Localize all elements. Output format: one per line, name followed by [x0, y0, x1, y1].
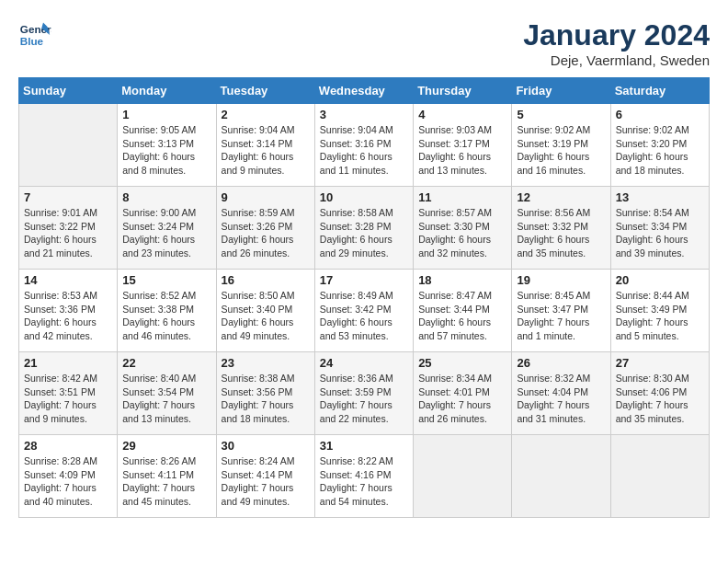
table-row: 15Sunrise: 8:52 AMSunset: 3:38 PMDayligh… — [118, 270, 216, 352]
calendar-table: Sunday Monday Tuesday Wednesday Thursday… — [18, 77, 710, 518]
table-row: 30Sunrise: 8:24 AMSunset: 4:14 PMDayligh… — [216, 435, 314, 518]
day-info: Sunrise: 8:47 AMSunset: 3:44 PMDaylight:… — [418, 289, 506, 343]
table-row: 25Sunrise: 8:34 AMSunset: 4:01 PMDayligh… — [414, 352, 512, 435]
day-info: Sunrise: 8:32 AMSunset: 4:04 PMDaylight:… — [517, 372, 605, 426]
day-number: 22 — [122, 356, 210, 370]
day-number: 19 — [517, 273, 605, 287]
day-number: 12 — [517, 190, 605, 204]
day-info: Sunrise: 8:44 AMSunset: 3:49 PMDaylight:… — [616, 289, 704, 343]
day-info: Sunrise: 9:03 AMSunset: 3:17 PMDaylight:… — [418, 123, 506, 178]
table-row: 18Sunrise: 8:47 AMSunset: 3:44 PMDayligh… — [414, 270, 512, 352]
table-row: 19Sunrise: 8:45 AMSunset: 3:47 PMDayligh… — [512, 270, 610, 352]
day-info: Sunrise: 8:40 AMSunset: 3:54 PMDaylight:… — [122, 372, 210, 426]
header-sunday: Sunday — [19, 78, 118, 104]
table-row: 6Sunrise: 9:02 AMSunset: 3:20 PMDaylight… — [610, 104, 709, 187]
day-info: Sunrise: 9:02 AMSunset: 3:20 PMDaylight:… — [616, 123, 704, 178]
day-number: 26 — [517, 356, 605, 370]
table-row: 16Sunrise: 8:50 AMSunset: 3:40 PMDayligh… — [216, 270, 314, 352]
day-number: 18 — [418, 273, 506, 287]
day-number: 27 — [616, 356, 704, 370]
table-row: 31Sunrise: 8:22 AMSunset: 4:16 PMDayligh… — [314, 435, 413, 518]
day-number: 1 — [122, 108, 210, 121]
day-info: Sunrise: 8:24 AMSunset: 4:14 PMDaylight:… — [222, 454, 310, 509]
day-info: Sunrise: 8:38 AMSunset: 3:56 PMDaylight:… — [222, 372, 310, 426]
day-info: Sunrise: 8:30 AMSunset: 4:06 PMDaylight:… — [616, 372, 704, 426]
day-number: 2 — [222, 108, 310, 121]
day-info: Sunrise: 8:42 AMSunset: 3:51 PMDaylight:… — [24, 372, 112, 426]
day-number: 7 — [24, 190, 112, 204]
table-row: 10Sunrise: 8:58 AMSunset: 3:28 PMDayligh… — [314, 187, 413, 270]
header-thursday: Thursday — [414, 78, 512, 104]
day-number: 24 — [320, 356, 408, 370]
table-row: 9Sunrise: 8:59 AMSunset: 3:26 PMDaylight… — [216, 187, 314, 270]
day-info: Sunrise: 8:56 AMSunset: 3:32 PMDaylight:… — [517, 206, 605, 260]
table-row — [414, 435, 512, 518]
table-row — [512, 435, 610, 518]
day-info: Sunrise: 8:58 AMSunset: 3:28 PMDaylight:… — [320, 206, 408, 260]
calendar-week-row: 7Sunrise: 9:01 AMSunset: 3:22 PMDaylight… — [19, 187, 710, 270]
day-number: 6 — [616, 108, 704, 121]
svg-text:Blue: Blue — [20, 35, 44, 47]
location-title: Deje, Vaermland, Sweden — [523, 52, 710, 68]
day-number: 16 — [222, 273, 310, 287]
day-number: 3 — [320, 108, 408, 121]
day-info: Sunrise: 8:22 AMSunset: 4:16 PMDaylight:… — [320, 454, 408, 509]
day-info: Sunrise: 9:05 AMSunset: 3:13 PMDaylight:… — [122, 123, 210, 178]
day-info: Sunrise: 8:26 AMSunset: 4:11 PMDaylight:… — [122, 454, 210, 509]
table-row: 13Sunrise: 8:54 AMSunset: 3:34 PMDayligh… — [610, 187, 709, 270]
day-number: 13 — [616, 190, 704, 204]
day-info: Sunrise: 9:01 AMSunset: 3:22 PMDaylight:… — [24, 206, 112, 260]
table-row — [19, 104, 118, 187]
day-info: Sunrise: 9:04 AMSunset: 3:16 PMDaylight:… — [320, 123, 408, 178]
header-wednesday: Wednesday — [314, 78, 413, 104]
day-number: 4 — [418, 108, 506, 121]
day-info: Sunrise: 8:34 AMSunset: 4:01 PMDaylight:… — [418, 372, 506, 426]
table-row: 3Sunrise: 9:04 AMSunset: 3:16 PMDaylight… — [314, 104, 413, 187]
day-number: 17 — [320, 273, 408, 287]
day-info: Sunrise: 8:59 AMSunset: 3:26 PMDaylight:… — [222, 206, 310, 260]
header-monday: Monday — [118, 78, 216, 104]
month-title: January 2024 — [523, 18, 710, 52]
table-row: 29Sunrise: 8:26 AMSunset: 4:11 PMDayligh… — [118, 435, 216, 518]
day-info: Sunrise: 8:52 AMSunset: 3:38 PMDaylight:… — [122, 289, 210, 343]
table-row: 22Sunrise: 8:40 AMSunset: 3:54 PMDayligh… — [118, 352, 216, 435]
day-number: 31 — [320, 439, 408, 453]
day-number: 8 — [122, 190, 210, 204]
table-row: 26Sunrise: 8:32 AMSunset: 4:04 PMDayligh… — [512, 352, 610, 435]
title-area: January 2024 Deje, Vaermland, Sweden — [523, 18, 710, 68]
calendar-week-row: 28Sunrise: 8:28 AMSunset: 4:09 PMDayligh… — [19, 435, 710, 518]
table-row: 7Sunrise: 9:01 AMSunset: 3:22 PMDaylight… — [19, 187, 118, 270]
header-friday: Friday — [512, 78, 610, 104]
day-info: Sunrise: 8:53 AMSunset: 3:36 PMDaylight:… — [24, 289, 112, 343]
day-number: 10 — [320, 190, 408, 204]
day-number: 9 — [222, 190, 310, 204]
table-row: 27Sunrise: 8:30 AMSunset: 4:06 PMDayligh… — [610, 352, 709, 435]
day-number: 29 — [122, 439, 210, 453]
table-row: 20Sunrise: 8:44 AMSunset: 3:49 PMDayligh… — [610, 270, 709, 352]
day-info: Sunrise: 8:28 AMSunset: 4:09 PMDaylight:… — [24, 454, 112, 509]
day-info: Sunrise: 8:50 AMSunset: 3:40 PMDaylight:… — [222, 289, 310, 343]
table-row: 17Sunrise: 8:49 AMSunset: 3:42 PMDayligh… — [314, 270, 413, 352]
day-number: 25 — [418, 356, 506, 370]
logo-icon: General Blue — [18, 18, 51, 52]
day-number: 11 — [418, 190, 506, 204]
header: General Blue January 2024 Deje, Vaermlan… — [18, 18, 710, 68]
logo: General Blue — [18, 18, 51, 52]
day-number: 15 — [122, 273, 210, 287]
table-row: 11Sunrise: 8:57 AMSunset: 3:30 PMDayligh… — [414, 187, 512, 270]
header-tuesday: Tuesday — [216, 78, 314, 104]
table-row: 8Sunrise: 9:00 AMSunset: 3:24 PMDaylight… — [118, 187, 216, 270]
table-row: 21Sunrise: 8:42 AMSunset: 3:51 PMDayligh… — [19, 352, 118, 435]
table-row — [610, 435, 709, 518]
day-info: Sunrise: 9:00 AMSunset: 3:24 PMDaylight:… — [122, 206, 210, 260]
table-row: 2Sunrise: 9:04 AMSunset: 3:14 PMDaylight… — [216, 104, 314, 187]
table-row: 28Sunrise: 8:28 AMSunset: 4:09 PMDayligh… — [19, 435, 118, 518]
day-info: Sunrise: 9:04 AMSunset: 3:14 PMDaylight:… — [222, 123, 310, 178]
calendar-week-row: 14Sunrise: 8:53 AMSunset: 3:36 PMDayligh… — [19, 270, 710, 352]
table-row: 23Sunrise: 8:38 AMSunset: 3:56 PMDayligh… — [216, 352, 314, 435]
day-number: 28 — [24, 439, 112, 453]
day-info: Sunrise: 8:36 AMSunset: 3:59 PMDaylight:… — [320, 372, 408, 426]
table-row: 14Sunrise: 8:53 AMSunset: 3:36 PMDayligh… — [19, 270, 118, 352]
day-info: Sunrise: 8:54 AMSunset: 3:34 PMDaylight:… — [616, 206, 704, 260]
calendar-week-row: 1Sunrise: 9:05 AMSunset: 3:13 PMDaylight… — [19, 104, 710, 187]
